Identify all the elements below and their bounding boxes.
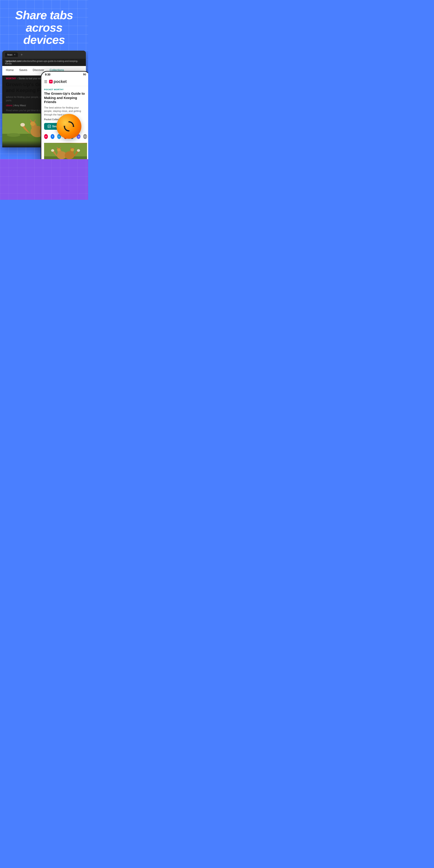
tab-label: Maki [7,53,12,56]
sync-circle [57,114,81,139]
phone-pocket-header: ☰ pocket [41,78,88,86]
hamburger-icon[interactable]: ☰ [44,80,47,84]
phone-category: POCKET WORTHY [44,88,87,91]
svg-point-2 [7,133,20,137]
breadcrumb-text: Stories to fuel your mind [19,77,43,80]
address-text: //getpocket.com/collections/the-grown-up… [5,60,83,65]
hero-title-line2: across devices [23,21,65,46]
browser-tab[interactable]: Maki ✕ [5,53,18,57]
address-bar: //getpocket.com/collections/the-grown-up… [2,59,86,66]
svg-point-41 [51,149,54,152]
phone-time: 9:30 [45,73,51,76]
sync-arrows-icon [62,120,76,133]
nav-home[interactable]: Home [6,68,14,73]
nav-saves[interactable]: Saves [19,68,27,73]
svg-point-19 [20,123,25,127]
phone-signal: 5G [83,73,86,76]
bottom-grid [0,159,88,200]
meta-author: Amy Maoz [14,104,26,107]
svg-point-42 [77,149,80,152]
pocket-logo-text: pocket [54,79,67,84]
email-share-icon[interactable] [83,134,87,139]
phone-article-title: The Grown-Up's Guide to Making and Keepi… [44,92,87,104]
pocket-logo-icon [49,80,53,84]
hero-title-line1: Share tabs [15,8,73,22]
pocket-share-icon[interactable] [44,134,48,139]
meta-prefix: ctions [6,104,12,107]
tab-close-icon[interactable]: ✕ [14,53,16,56]
hero-section: Share tabs across devices [0,0,88,51]
save-icon [48,125,51,128]
fox-image-phone [44,143,87,159]
bottom-section [0,159,88,200]
phone-statusbar: 9:30 5G [41,72,88,78]
breadcrumb-separator: › [17,77,18,80]
pocket-logo: pocket [49,79,67,84]
laptop-titlebar: Maki ✕ + [2,51,86,59]
facebook-share-icon[interactable]: f [51,134,55,139]
svg-point-7 [30,121,35,126]
breadcrumb-link[interactable]: WORTHY [6,77,16,80]
devices-container: Maki ✕ + //getpocket.com/collections/the… [0,51,88,159]
address-domain-text: getpocket.com [6,60,21,62]
hero-title: Share tabs across devices [4,9,84,46]
sync-icon-wrapper [57,114,81,139]
tab-add-icon[interactable]: + [21,53,23,57]
